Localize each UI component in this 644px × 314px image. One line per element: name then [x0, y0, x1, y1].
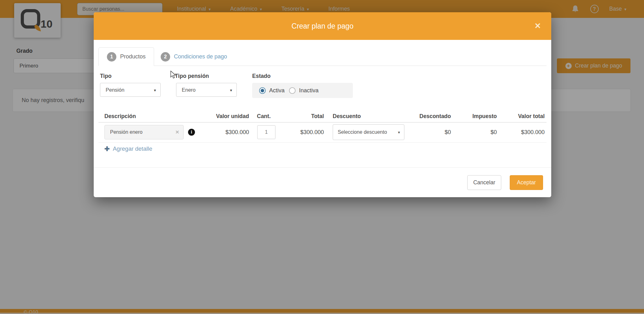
tab-number-badge: 1 — [107, 52, 116, 62]
product-token[interactable]: Pensión enero — [104, 125, 184, 139]
header-descontado: Descontado — [411, 113, 451, 120]
valor-total-value: $300.000 — [497, 129, 545, 136]
header-descripcion: Descripción — [104, 113, 204, 120]
tipo-select[interactable]: Pensión — [100, 83, 161, 97]
add-detail-link[interactable]: Agregar detalle — [104, 145, 152, 153]
header-valor-unidad: Valor unidad — [204, 113, 249, 120]
modal-title: Crear plan de pago — [291, 22, 353, 30]
header-cant: Cant. — [249, 113, 275, 120]
modal-tabs: 1 Productos 2 Condiciones de pago — [98, 47, 547, 66]
tipo-pension-select[interactable]: Enero — [176, 83, 237, 97]
modal-footer-divider — [94, 167, 551, 168]
radio-inactiva[interactable]: Inactiva — [289, 87, 319, 94]
descripcion-cell: Pensión enero — [104, 125, 204, 139]
radio-activa-label: Activa — [269, 87, 285, 94]
tab-number-badge: 2 — [161, 52, 170, 62]
add-detail-label: Agregar detalle — [113, 145, 152, 152]
descuento-cell: Seleccione descuento — [324, 124, 411, 140]
plus-icon — [104, 145, 110, 153]
descuento-select-value: Seleccione descuento — [338, 129, 387, 135]
product-token-label: Pensión enero — [110, 129, 142, 135]
tab-productos-label: Productos — [120, 53, 146, 60]
tab-condiciones-de-pago[interactable]: 2 Condiciones de pago — [153, 47, 235, 66]
header-impuesto: Impuesto — [451, 113, 497, 120]
products-table-header: Descripción Valor unidad Cant. Total Des… — [104, 111, 545, 122]
tipo-label: Tipo — [100, 73, 112, 79]
tipo-pension-select-value: Enero — [182, 87, 196, 93]
impuesto-value: $0 — [451, 129, 497, 136]
estado-label: Estado — [252, 73, 270, 79]
descontado-value: $0 — [411, 129, 451, 136]
cantidad-cell — [249, 125, 275, 139]
radio-unselected-icon — [289, 87, 296, 94]
table-row-divider — [98, 142, 547, 143]
descuento-select[interactable]: Seleccione descuento — [333, 124, 404, 140]
tab-productos[interactable]: 1 Productos — [98, 47, 154, 66]
tab-condiciones-label: Condiciones de pago — [174, 53, 227, 60]
tipo-pension-label: Tipo pensión — [175, 73, 209, 79]
mouse-cursor-icon — [170, 71, 176, 80]
cancel-button[interactable]: Cancelar — [467, 175, 501, 190]
header-descuento: Descuento — [324, 113, 411, 120]
chevron-down-icon — [230, 87, 232, 93]
info-icon[interactable] — [188, 129, 195, 136]
accept-button[interactable]: Aceptar — [510, 175, 543, 190]
remove-product-icon[interactable] — [175, 129, 179, 135]
product-row: Pensión enero $300.000 $300.000 Seleccio… — [104, 123, 545, 141]
estado-radio-group: Activa Inactiva — [252, 83, 353, 98]
table-header-divider — [98, 122, 547, 122]
valor-unidad-value: $300.000 — [204, 129, 249, 136]
tipo-select-value: Pensión — [106, 87, 125, 93]
close-icon[interactable] — [533, 21, 542, 30]
radio-activa[interactable]: Activa — [259, 87, 285, 94]
create-payment-plan-modal: Crear plan de pago 1 Productos 2 Condici… — [94, 12, 551, 197]
header-valor-total: Valor total — [497, 113, 545, 120]
radio-selected-icon — [259, 87, 266, 94]
chevron-down-icon — [154, 87, 156, 93]
chevron-down-icon — [398, 129, 400, 135]
total-value: $300.000 — [275, 129, 324, 136]
radio-inactiva-label: Inactiva — [299, 87, 319, 94]
modal-header: Crear plan de pago — [94, 12, 551, 40]
header-total: Total — [275, 113, 324, 120]
cantidad-input[interactable] — [257, 125, 275, 139]
